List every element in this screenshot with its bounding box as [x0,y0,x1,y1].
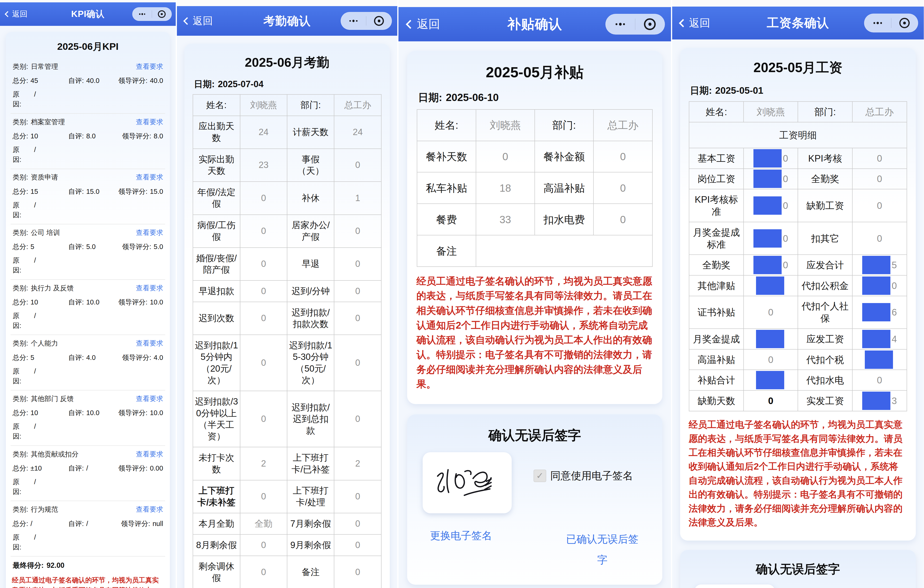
reason-value: / [34,421,36,431]
table-row: 餐补天数 0 餐补金额 [417,141,652,172]
close-minimize-button[interactable] [891,14,918,32]
more-menu-button[interactable] [606,14,635,34]
leader-score: 领导评分:null [114,519,163,529]
view-requirements-link[interactable]: 查看要求 [136,228,163,238]
table-cell: 2 [240,447,287,480]
table-cell: 扣其它 [798,222,852,255]
salary-detail-header-row: 工资明细 [689,122,907,148]
table-cell: 0 [334,149,381,182]
view-requirements-link[interactable]: 查看要求 [136,505,163,514]
close-minimize-button[interactable] [635,14,665,34]
change-signature-link[interactable]: 更换电子签名 [430,529,492,543]
table-cell: 部门: [535,109,594,141]
table-row: 早退扣款 0 迟到/分钟 [193,281,381,302]
total-score: 总分:45 [13,76,68,86]
reason-label: 原因: [13,311,20,330]
table-cell: 高温补贴 [689,349,744,370]
table-row: 8月剩余假 0 9月剩余假 [193,534,381,556]
sign-section-title: 确认无误后签字 [687,561,909,577]
view-requirements-link[interactable]: 查看要求 [136,449,163,459]
leader-score: 领导评分:10.0 [114,297,163,307]
total-score: 总分:5 [13,353,68,362]
view-requirements-link[interactable]: 查看要求 [136,284,163,293]
chevron-left-icon [5,11,11,17]
reason-label: 原因: [13,532,20,552]
table-row: 基本工资 0 KPI考核 [689,148,907,168]
redaction-block [862,391,890,410]
table-row: 本月全勤 全勤 7月剩余假 [193,513,381,534]
table-cell: 5 [852,254,907,275]
table-cell: 未打卡次数 [193,447,240,480]
table-cell [744,275,798,296]
view-requirements-link[interactable]: 查看要求 [136,394,163,404]
table-row: 迟到扣款/15分钟内（20元/次） 0 迟到扣款/15-30分钟（50元/次） [193,335,381,391]
back-button[interactable]: 返回 [407,17,440,32]
nav-header: 返回 工资条确认 [672,7,924,40]
card-title: 2025-05月补贴 [414,63,655,83]
page-title: 工资条确认 [767,15,829,31]
table-cell: KPI考核 [798,148,852,168]
back-button[interactable]: 返回 [680,16,710,30]
table-row: 岗位工资 0 全勤奖 [689,168,907,189]
table-cell: 迟到扣款/迟到总扣款 [287,391,334,447]
table-cell: 总工办 [594,109,652,141]
table-cell: 3 [852,390,907,411]
reason-value: / [34,532,36,542]
table-cell: 0 [240,281,287,302]
view-requirements-link[interactable]: 查看要求 [136,62,163,71]
table-cell: 月奖金提成 [689,329,744,349]
table-cell: 刘晓燕 [476,109,535,141]
table-row: 剩余调休假 0 备注 [193,556,381,588]
page-title: 考勤确认 [263,13,311,29]
table-row: 迟到扣款/30分钟以上（半天工资） 0 迟到扣款/迟到总扣款 [193,391,381,447]
view-requirements-link[interactable]: 查看要求 [136,117,163,127]
reason-label: 原因: [13,477,20,497]
back-button[interactable]: 返回 [6,9,27,19]
self-score: 自评:/ [68,464,114,473]
reason-value: / [34,366,36,376]
more-menu-button[interactable] [864,14,891,32]
table-cell: 代扣公积金 [798,275,852,296]
close-minimize-button[interactable] [366,12,392,30]
table-cell [852,349,907,370]
table-cell: 扣水电费 [535,204,594,235]
table-cell: 24 [334,116,381,149]
table-cell: 0 [240,335,287,391]
table-cell: 0 [334,248,381,281]
more-menu-button[interactable] [132,8,152,21]
total-score: 总分:±10 [13,464,68,473]
table-row: 姓名: 刘晓燕 部门: [417,109,652,141]
category-label: 类别:公司 培训 [13,228,60,238]
table-cell: 上下班打卡/未补签 [193,480,240,513]
agree-checkbox[interactable]: ✓ [533,470,546,482]
table-cell: 月奖金提成标准 [689,222,744,255]
category-label: 类别:行为规范 [13,505,58,514]
kpi-item: 类别:档案室管理 查看要求 总分:10 自评:8.0 领导评分:8.0 原因: … [11,114,165,169]
view-requirements-link[interactable]: 查看要求 [136,339,163,348]
table-cell: 0 [240,248,287,281]
confirmed-sign-link[interactable]: 已确认无误后签字 [564,529,641,570]
close-minimize-button[interactable] [152,8,171,21]
leader-score: 领导评分:10.0 [114,408,163,418]
total-score: 总分:5 [13,242,68,252]
table-row: 私车补贴 18 高温补贴 [417,172,652,204]
leader-score: 领导评分:4.0 [114,353,163,362]
more-menu-button[interactable] [341,12,366,30]
self-score: 自评:10.0 [68,408,114,418]
table-cell: 1 [334,182,381,215]
reason-label: 原因: [13,200,20,220]
target-circle-icon [644,18,655,30]
table-cell: 餐费 [417,204,476,235]
back-button[interactable]: 返回 [185,14,213,28]
subsidy-card: 2025-05月补贴 日期:2025-06-10 姓名: [407,51,662,404]
redaction-block [754,229,782,248]
reason-value: / [34,200,36,210]
payslip-card: 2025-05月工资 日期:2025-05-01 姓名: [680,48,916,540]
page-body: 2025-06月考勤 日期:2025-07-04 姓名: [177,36,397,588]
reason-value: / [34,477,36,487]
chevron-left-icon [406,20,415,29]
view-requirements-link[interactable]: 查看要求 [136,173,163,182]
self-score: 自评:8.0 [68,132,114,141]
table-cell: 0 [334,534,381,556]
table-cell: 其他津贴 [689,275,744,296]
